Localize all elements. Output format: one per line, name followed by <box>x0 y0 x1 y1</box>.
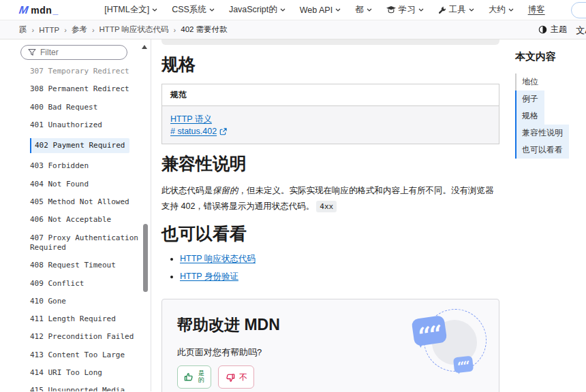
nav-item-6[interactable]: 工具 <box>438 4 474 16</box>
nav-item-label: 工具 <box>449 4 466 16</box>
sidebar-item-414[interactable]: 414 URI Too Long <box>30 368 147 378</box>
theme-button[interactable]: 主题 <box>538 24 567 35</box>
chevron-down-icon <box>209 8 215 12</box>
code-block-remnant <box>161 39 499 45</box>
page-layout: 307 Temporary Redirect308 Permanent Redi… <box>0 39 586 391</box>
sidebar-item-412[interactable]: 412 Precondition Failed <box>30 332 147 342</box>
nav-item-8[interactable]: 博客 <box>528 4 545 16</box>
sidebar-item-406[interactable]: 406 Not Acceptable <box>30 215 147 225</box>
mdn-logo-mark: M <box>18 4 29 16</box>
funnel-icon <box>28 48 36 56</box>
breadcrumb-item-1[interactable]: HTTP <box>39 26 59 34</box>
sidebar-item-402[interactable]: 402 Payment Required <box>30 138 129 153</box>
sidebar-scrollbar-thumb[interactable] <box>143 224 148 292</box>
mdn-logo-text: mdn <box>31 5 52 16</box>
breadcrumb: 蹊›HTTP›参考›HTTP 响应状态代码›402 需要付款 <box>19 24 228 35</box>
sidebar-item-413[interactable]: 413 Content Too Large <box>30 350 147 360</box>
section-heading-see-also: 也可以看看 <box>161 223 499 245</box>
breadcrumb-separator: › <box>32 26 35 34</box>
nav-item-label: 博客 <box>528 4 545 16</box>
spec-link-http-semantics[interactable]: HTTP 语义 <box>170 114 212 125</box>
spec-table: 规范 HTTP 语义 # status.402 <box>161 84 499 144</box>
breadcrumb-item-0[interactable]: 蹊 <box>19 24 27 35</box>
sidebar-item-409[interactable]: 409 Conflict <box>30 279 147 289</box>
toc: 本文内容 地位例子规格兼容性说明也可以看看 <box>510 39 586 391</box>
sidebar-item-408[interactable]: 408 Request Timeout <box>30 261 147 270</box>
breadcrumb-item-3[interactable]: HTTP 响应状态代码 <box>99 24 169 35</box>
theme-icon <box>538 25 547 34</box>
feedback-heading: 帮助改进 MDN <box>177 314 484 336</box>
section-heading-specifications: 规格 <box>161 53 499 76</box>
nav-item-label: 学习 <box>399 4 416 16</box>
thumbs-up-label: 是的 <box>198 370 204 384</box>
nav-item-4[interactable]: 都 <box>355 4 372 16</box>
sidebar-item-407[interactable]: 407 Proxy Authentication Required <box>30 233 147 253</box>
toc-item-1[interactable]: 例子 <box>515 91 544 108</box>
toc-item-2[interactable]: 规格 <box>515 108 544 125</box>
sidebar-item-415[interactable]: 415 Unsupported Media Type <box>30 386 147 391</box>
spec-link-status-402[interactable]: # status.402 <box>170 127 227 136</box>
toc-list: 地位例子规格兼容性说明也可以看看 <box>515 74 585 159</box>
scroll-up-arrow-icon[interactable] <box>142 45 147 49</box>
toc-title: 本文内容 <box>515 50 585 63</box>
see-also-link-0[interactable]: HTTP 响应状态代码 <box>180 254 256 263</box>
sidebar-item-400[interactable]: 400 Bad Request <box>30 103 147 112</box>
feedback-card: 帮助改进 MDN 此页面对您有帮助吗? 是的 不 了解如何做出贡献 This p… <box>161 299 499 392</box>
chevron-down-icon <box>335 8 341 12</box>
external-link-icon <box>219 128 227 135</box>
chevron-down-icon <box>469 8 474 12</box>
thumbs-up-button[interactable]: 是的 <box>177 365 211 389</box>
graduation-cap-icon <box>386 6 396 14</box>
nav-item-5[interactable]: 学习 <box>386 4 424 16</box>
breadcrumb-item-4: 402 需要付款 <box>181 24 227 35</box>
nav-item-7[interactable]: 大约 <box>489 4 514 16</box>
nav-menu: [HTML全文]CSS系统JavaScript的Web API都学习工具大约博客 <box>104 4 544 16</box>
chevron-down-icon <box>280 8 286 12</box>
wrench-icon <box>438 6 446 14</box>
feedback-buttons: 是的 不 <box>177 365 484 389</box>
mdn-logo-underscore: _ <box>52 5 58 16</box>
toc-item-0[interactable]: 地位 <box>515 74 544 91</box>
nav-item-0[interactable]: [HTML全文] <box>104 4 157 16</box>
thumbs-down-label: 不 <box>239 372 247 383</box>
see-also-item: HTTP 响应状态代码 <box>180 253 499 265</box>
theme-label: 主题 <box>551 24 567 35</box>
section-heading-compatibility: 兼容性说明 <box>161 152 499 175</box>
nav-item-3[interactable]: Web API <box>300 5 341 15</box>
nav-item-label: CSS系统 <box>172 4 206 16</box>
sidebar-list: 307 Temporary Redirect308 Permanent Redi… <box>30 67 149 391</box>
top-navigation-bar: M mdn _ [HTML全文]CSS系统JavaScript的Web API都… <box>0 0 586 20</box>
sidebar-item-308[interactable]: 308 Permanent Redirect <box>30 84 147 94</box>
see-also-item: HTTP 身份验证 <box>180 271 499 282</box>
sidebar-item-401[interactable]: 401 Unauthorized <box>30 120 147 130</box>
breadcrumb-separator: › <box>174 26 176 34</box>
sidebar-item-404[interactable]: 404 Not Found <box>30 180 147 189</box>
inline-code-chip: 4xx <box>316 201 337 212</box>
search-input[interactable] <box>571 2 586 18</box>
breadcrumb-item-2[interactable]: 参考 <box>72 24 87 35</box>
sidebar-item-403[interactable]: 403 Forbidden <box>30 161 147 171</box>
chevron-down-icon <box>367 8 372 12</box>
see-also-link-1[interactable]: HTTP 身份验证 <box>180 272 238 281</box>
mdn-logo[interactable]: M mdn _ <box>19 4 58 16</box>
sidebar-item-405[interactable]: 405 Method Not Allowed <box>30 197 147 207</box>
chevron-down-icon <box>418 8 424 12</box>
toc-item-4[interactable]: 也可以看看 <box>515 142 569 159</box>
sidebar-item-411[interactable]: 411 Length Required <box>30 314 147 324</box>
sidebar-item-307[interactable]: 307 Temporary Redirect <box>30 67 147 76</box>
thumbs-down-button[interactable]: 不 <box>218 365 254 389</box>
thumbs-down-icon <box>225 372 235 382</box>
nav-item-label: JavaScript的 <box>229 4 277 16</box>
feedback-question: 此页面对您有帮助吗? <box>177 346 484 359</box>
nav-item-label: 大约 <box>489 4 506 16</box>
filter-input[interactable] <box>40 48 120 57</box>
nav-item-2[interactable]: JavaScript的 <box>229 4 286 16</box>
main-content: 规格 规范 HTTP 语义 # status.402 兼容性说明 此状态代码是保… <box>151 39 510 391</box>
sidebar: 307 Temporary Redirect308 Permanent Redi… <box>0 39 151 391</box>
toc-item-3[interactable]: 兼容性说明 <box>515 125 569 142</box>
sidebar-item-410[interactable]: 410 Gone <box>30 297 147 306</box>
breadcrumb-bar: 蹊›HTTP›参考›HTTP 响应状态代码›402 需要付款 主题 文A <box>0 20 586 39</box>
translate-icon[interactable]: 文A <box>576 24 586 37</box>
nav-item-1[interactable]: CSS系统 <box>172 4 215 16</box>
filter-box <box>20 45 127 60</box>
